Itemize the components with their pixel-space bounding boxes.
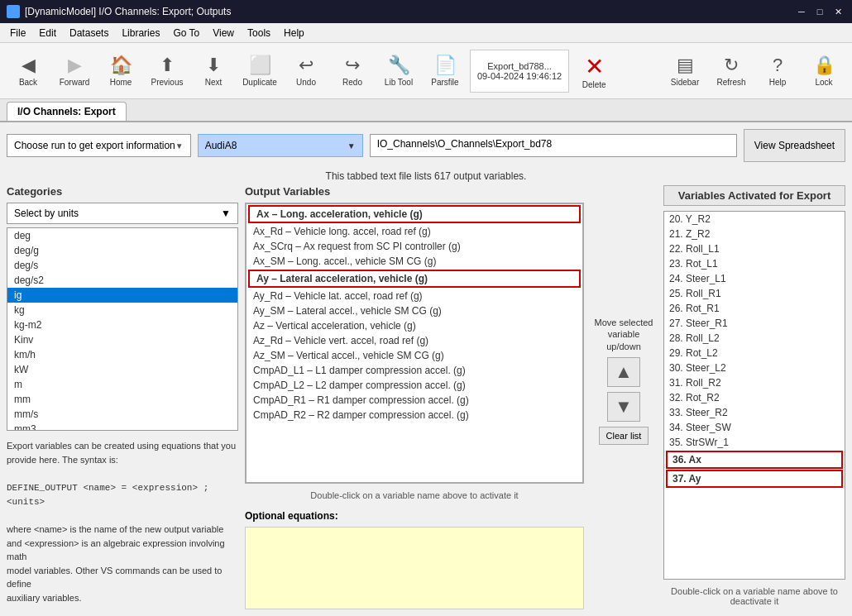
activated-var-item[interactable]: 22. Roll_L1 [664, 241, 845, 256]
output-variables-list[interactable]: Ax – Long. acceleration, vehicle (g)Ax_R… [245, 203, 584, 484]
category-item[interactable]: m [7, 377, 237, 392]
libtool-button[interactable]: 🔧 Lib Tool [377, 47, 420, 95]
top-controls: Choose run to get export information ▼ A… [0, 122, 852, 169]
sidebar-button[interactable]: ▤ Sidebar [663, 47, 706, 95]
parsfile-button[interactable]: 📄 Parsfile [424, 47, 467, 95]
move-down-icon: ▼ [615, 396, 633, 418]
undo-label: Undo [296, 78, 316, 87]
next-icon: ⬇ [206, 55, 221, 76]
category-item[interactable]: deg/s [7, 258, 237, 273]
activated-var-item[interactable]: 32. Rot_R2 [664, 390, 845, 405]
clear-list-button[interactable]: Clear list [599, 427, 649, 445]
tab-io-channels-export[interactable]: I/O Channels: Export [7, 102, 127, 121]
output-var-item[interactable]: Ax_SCrq – Ax request from SC PI controll… [247, 239, 582, 254]
output-var-item[interactable]: Az – Vertical acceleration, vehicle (g) [247, 318, 582, 333]
delete-button[interactable]: ✕ Delete [572, 47, 615, 95]
select-units-dropdown[interactable]: Select by units ▼ [7, 203, 238, 224]
back-button[interactable]: ◀ Back [7, 47, 50, 95]
activated-variables-list[interactable]: 20. Y_R221. Z_R222. Roll_L123. Rot_L124.… [663, 211, 845, 580]
forward-button[interactable]: ▶ Forward [53, 47, 96, 95]
refresh-button[interactable]: ↻ Refresh [710, 47, 753, 95]
lock-button[interactable]: 🔒 Lock [802, 47, 845, 95]
category-item[interactable]: mm [7, 392, 237, 407]
view-spreadsheet-button[interactable]: View Spreadsheet [744, 129, 845, 162]
minimize-button[interactable]: ─ [794, 4, 809, 19]
window-controls: ─ □ ✕ [794, 4, 845, 19]
menu-libraries[interactable]: Libraries [115, 26, 166, 41]
category-item[interactable]: deg/g [7, 243, 237, 258]
model-name-dropdown[interactable]: AudiA8 ▼ [198, 134, 363, 157]
libtool-label: Lib Tool [385, 78, 413, 87]
categories-list[interactable]: degdeg/gdeg/sdeg/s2igkgkg-m2Kinvkm/hkWmm… [7, 227, 238, 431]
output-var-item[interactable]: CmpAD_L2 – L2 damper compression accel. … [247, 378, 582, 393]
menu-tools[interactable]: Tools [241, 26, 277, 41]
category-item[interactable]: Kinv [7, 332, 237, 347]
toolbar-right: ▤ Sidebar ↻ Refresh ? Help 🔒 Lock [663, 47, 845, 95]
activated-var-item[interactable]: 37. Ay [666, 470, 843, 488]
category-item[interactable]: kg-m2 [7, 318, 237, 332]
close-button[interactable]: ✕ [830, 4, 845, 19]
activated-var-item[interactable]: 20. Y_R2 [664, 212, 845, 227]
category-item[interactable]: kW [7, 362, 237, 377]
libtool-icon: 🔧 [388, 55, 410, 76]
next-button[interactable]: ⬇ Next [192, 47, 235, 95]
move-up-button[interactable]: ▲ [607, 357, 640, 387]
content-area: Choose run to get export information ▼ A… [0, 122, 852, 616]
file-path-input[interactable]: IO_Channels\O_Channels\Export_bd78 [370, 134, 737, 157]
output-var-item[interactable]: Ax – Long. acceleration, vehicle (g) [248, 205, 581, 223]
output-var-item[interactable]: CmpAD_L1 – L1 damper compression accel. … [247, 363, 582, 378]
right-panel: Variables Activated for Export 20. Y_R22… [663, 185, 845, 609]
move-down-button[interactable]: ▼ [607, 392, 640, 422]
next-label: Next [205, 78, 223, 87]
category-item[interactable]: deg/s2 [7, 273, 237, 288]
category-item[interactable]: mm3 [7, 422, 237, 431]
optional-equations-textarea[interactable] [245, 527, 584, 609]
help-button[interactable]: ? Help [756, 47, 799, 95]
activated-vars-hint: Double-click on a variable name above to… [663, 583, 845, 609]
maximize-button[interactable]: □ [812, 4, 827, 19]
output-var-item[interactable]: Ay_SM – Lateral accel., vehicle SM CG (g… [247, 303, 582, 318]
menu-view[interactable]: View [206, 26, 241, 41]
category-item[interactable]: km/h [7, 347, 237, 362]
menu-goto[interactable]: Go To [166, 26, 206, 41]
redo-button[interactable]: ↪ Redo [331, 47, 374, 95]
output-var-item[interactable]: Ay – Lateral acceleration, vehicle (g) [248, 270, 581, 288]
sidebar-label: Sidebar [671, 78, 699, 87]
activated-var-item[interactable]: 25. Roll_R1 [664, 286, 845, 301]
output-var-item[interactable]: CmpAD_R2 – R2 damper compression accel. … [247, 408, 582, 423]
activated-var-item[interactable]: 35. StrSWr_1 [664, 435, 845, 450]
activated-var-item[interactable]: 31. Roll_R2 [664, 375, 845, 390]
category-item[interactable]: ig [7, 288, 237, 303]
output-var-item[interactable]: Az_Rd – Vehicle vert. accel, road ref (g… [247, 333, 582, 348]
activated-var-item[interactable]: 30. Steer_L2 [664, 361, 845, 375]
middle-panel: Output Variables Ax – Long. acceleration… [245, 185, 584, 609]
output-var-item[interactable]: Ax_SM – Long. accel., vehicle SM CG (g) [247, 254, 582, 269]
activated-var-item[interactable]: 26. Rot_R1 [664, 301, 845, 316]
duplicate-button[interactable]: ⬜ Duplicate [238, 47, 281, 95]
activated-var-item[interactable]: 28. Roll_L2 [664, 331, 845, 346]
activated-var-item[interactable]: 23. Rot_L1 [664, 256, 845, 271]
activated-var-item[interactable]: 36. Ax [666, 451, 843, 469]
activated-var-item[interactable]: 34. Steer_SW [664, 420, 845, 435]
activated-var-item[interactable]: 27. Steer_R1 [664, 316, 845, 331]
menu-file[interactable]: File [3, 26, 32, 41]
output-var-item[interactable]: Ay_Rd – Vehicle lat. accel, road ref (g) [247, 289, 582, 303]
choose-run-dropdown[interactable]: Choose run to get export information ▼ [7, 134, 191, 157]
lock-icon: 🔒 [813, 55, 835, 76]
output-var-item[interactable]: Ax_Rd – Vehicle long. accel, road ref (g… [247, 224, 582, 239]
menu-datasets[interactable]: Datasets [63, 26, 115, 41]
home-button[interactable]: 🏠 Home [99, 47, 142, 95]
menu-edit[interactable]: Edit [32, 26, 63, 41]
category-item[interactable]: deg [7, 228, 237, 243]
category-item[interactable]: kg [7, 303, 237, 318]
output-var-item[interactable]: CmpAD_R1 – R1 damper compression accel. … [247, 393, 582, 408]
menu-help[interactable]: Help [277, 26, 311, 41]
activated-var-item[interactable]: 24. Steer_L1 [664, 271, 845, 286]
previous-button[interactable]: ⬆ Previous [146, 47, 189, 95]
output-var-item[interactable]: Az_SM – Vertical accel., vehicle SM CG (… [247, 348, 582, 363]
activated-var-item[interactable]: 21. Z_R2 [664, 227, 845, 241]
undo-button[interactable]: ↩ Undo [285, 47, 328, 95]
activated-var-item[interactable]: 33. Steer_R2 [664, 405, 845, 420]
category-item[interactable]: mm/s [7, 407, 237, 422]
activated-var-item[interactable]: 29. Rot_L2 [664, 346, 845, 361]
